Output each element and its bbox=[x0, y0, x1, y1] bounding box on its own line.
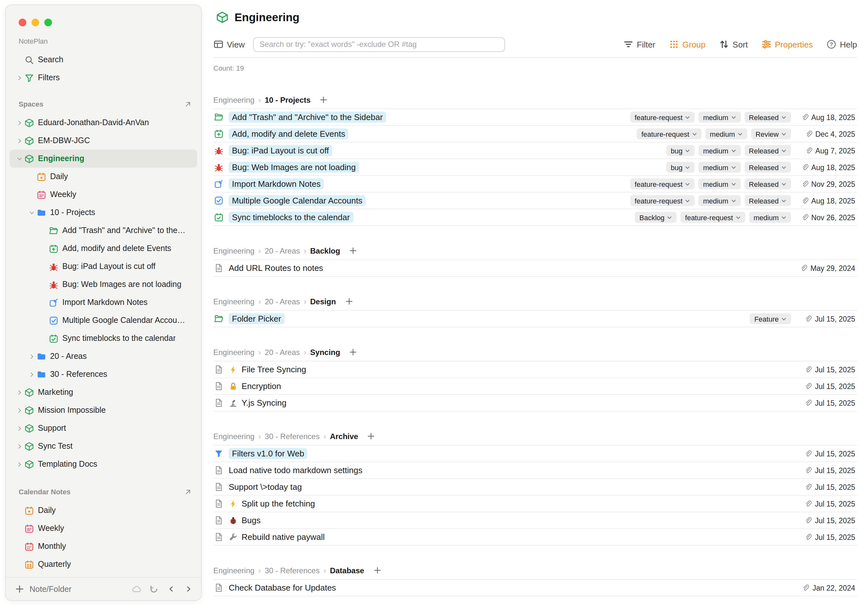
tag-released[interactable]: Released bbox=[744, 162, 791, 173]
sidebar-item-marketing[interactable]: Marketing bbox=[9, 383, 197, 401]
zoom-window-button[interactable] bbox=[44, 19, 52, 26]
chevron-right-icon[interactable] bbox=[27, 351, 37, 361]
search-input[interactable] bbox=[253, 37, 505, 52]
tag-medium[interactable]: medium bbox=[699, 178, 741, 189]
sidebar-item-quarterly[interactable]: Quarterly bbox=[9, 555, 197, 573]
note-row-rebuild-native-paywall[interactable]: Rebuild native paywallJul 15, 2025 bbox=[213, 529, 857, 546]
tag-released[interactable]: Released bbox=[744, 195, 791, 206]
tag-medium[interactable]: medium bbox=[699, 145, 741, 156]
breadcrumb-engineering[interactable]: Engineering bbox=[213, 95, 254, 104]
sort-button[interactable]: Sort bbox=[719, 39, 748, 49]
tag-medium[interactable]: medium bbox=[699, 195, 741, 206]
tag-medium[interactable]: medium bbox=[699, 162, 741, 173]
tag-feature[interactable]: Feature bbox=[750, 313, 791, 324]
refresh-icon[interactable] bbox=[149, 584, 159, 594]
tag-review[interactable]: Review bbox=[751, 128, 791, 139]
breadcrumb-30-references[interactable]: 30 - References bbox=[265, 432, 319, 441]
note-row-filters-v1-0-for-web[interactable]: Filters v1.0 for WebJul 15, 2025 bbox=[213, 445, 857, 462]
breadcrumb-backlog[interactable]: Backlog bbox=[310, 246, 340, 255]
tag-medium[interactable]: medium bbox=[749, 212, 791, 223]
note-row-bug-web-images-are-not-loading[interactable]: Bug: Web Images are not loadingbugmedium… bbox=[213, 159, 857, 176]
tag-medium[interactable]: medium bbox=[699, 112, 741, 123]
sidebar-item-em-dbw-jgc[interactable]: EM-DBW-JGC bbox=[9, 131, 197, 150]
expand-spaces-icon[interactable] bbox=[184, 100, 192, 108]
breadcrumb-20-areas[interactable]: 20 - Areas bbox=[265, 297, 300, 306]
breadcrumb-design[interactable]: Design bbox=[310, 297, 336, 306]
note-row-folder-picker[interactable]: Folder PickerFeatureJul 15, 2025 bbox=[213, 311, 857, 328]
minimize-window-button[interactable] bbox=[31, 19, 39, 26]
sidebar-item-add-trash-and-archive-to-the[interactable]: Add "Trash" and "Archive" to the… bbox=[9, 221, 197, 240]
breadcrumb-syncing[interactable]: Syncing bbox=[310, 348, 340, 357]
breadcrumb-engineering[interactable]: Engineering bbox=[213, 566, 254, 575]
breadcrumb-10-projects[interactable]: 10 - Projects bbox=[265, 95, 311, 104]
note-row-split-up-the-fetching[interactable]: Split up the fetchingJul 15, 2025 bbox=[213, 496, 857, 512]
sidebar-item-add-modify-and-delete-events[interactable]: Add, modify and delete Events bbox=[9, 240, 197, 257]
add-note-button[interactable] bbox=[367, 432, 375, 441]
note-row-add-trash-and-archive-to-the-sidebar[interactable]: Add "Trash" and "Archive" to the Sidebar… bbox=[213, 109, 857, 126]
tag-feature-request[interactable]: feature-request bbox=[681, 212, 745, 223]
note-row-check-database-for-updates[interactable]: Check Database for UpdatesJan 22, 2024 bbox=[213, 580, 857, 597]
sidebar-item-mission-impossible[interactable]: Mission Impossible bbox=[9, 401, 197, 419]
sidebar-item-import-markdown-notes[interactable]: Import Markdown Notes bbox=[9, 294, 197, 311]
add-note-icon[interactable] bbox=[15, 584, 25, 594]
tag-feature-request[interactable]: feature-request bbox=[630, 195, 695, 206]
sidebar-item-30-references[interactable]: 30 - References bbox=[9, 365, 197, 383]
tag-released[interactable]: Released bbox=[744, 178, 791, 189]
sidebar-item-daily[interactable]: Daily bbox=[9, 501, 197, 519]
chevron-right-icon[interactable] bbox=[27, 369, 37, 379]
sidebar-item-10-projects[interactable]: 10 - Projects bbox=[9, 204, 197, 221]
note-row-sync-timeblocks-to-the-calendar[interactable]: Sync timeblocks to the calendarBacklogfe… bbox=[213, 209, 857, 226]
sidebar-item-weekly[interactable]: Weekly bbox=[9, 186, 197, 204]
chevron-right-icon[interactable] bbox=[15, 459, 25, 469]
sidebar-item-sync-test[interactable]: Sync Test bbox=[9, 437, 197, 455]
note-row-add-modify-and-delete-events[interactable]: Add, modify and delete Eventsfeature-req… bbox=[213, 126, 857, 142]
tag-bug[interactable]: bug bbox=[666, 162, 695, 173]
note-row-bug-ipad-layout-is-cut-off[interactable]: Bug: iPad Layout is cut offbugmediumRele… bbox=[213, 142, 857, 159]
group-button[interactable]: Group bbox=[669, 39, 705, 49]
sidebar-item-20-areas[interactable]: 20 - Areas bbox=[9, 347, 197, 365]
note-row-encryption[interactable]: EncryptionJul 15, 2025 bbox=[213, 378, 857, 395]
chevron-right-icon[interactable] bbox=[15, 405, 25, 415]
note-row-multiple-google-calendar-accounts[interactable]: Multiple Google Calendar Accountsfeature… bbox=[213, 193, 857, 209]
navigate-forward-icon[interactable] bbox=[184, 584, 194, 594]
breadcrumb-archive[interactable]: Archive bbox=[330, 432, 358, 441]
breadcrumb-engineering[interactable]: Engineering bbox=[213, 432, 254, 441]
note-row-support-today-tag[interactable]: Support \>today tagJul 15, 2025 bbox=[213, 479, 857, 496]
view-button[interactable]: View bbox=[213, 39, 245, 49]
add-note-button[interactable] bbox=[373, 566, 381, 575]
sidebar-item-support[interactable]: Support bbox=[9, 419, 197, 437]
sidebar-item-bug-web-images-are-not-loading[interactable]: Bug: Web Images are not loading bbox=[9, 275, 197, 294]
filter-button[interactable]: Filter bbox=[623, 39, 655, 49]
chevron-right-icon[interactable] bbox=[15, 73, 25, 82]
sidebar-item-multiple-google-calendar-accou[interactable]: Multiple Google Calendar Accou… bbox=[9, 311, 197, 329]
note-row-file-tree-syncing[interactable]: File Tree SyncingJul 15, 2025 bbox=[213, 362, 857, 378]
sidebar-item-search[interactable]: Search bbox=[9, 51, 197, 69]
note-row-add-url-routes-to-notes[interactable]: Add URL Routes to notesMay 29, 2024 bbox=[213, 260, 857, 277]
chevron-down-icon[interactable] bbox=[27, 208, 37, 217]
tag-medium[interactable]: medium bbox=[705, 128, 747, 139]
tag-released[interactable]: Released bbox=[744, 145, 791, 156]
navigate-back-icon[interactable] bbox=[166, 584, 176, 594]
note-row-import-markdown-notes[interactable]: Import Markdown Notesfeature-requestmedi… bbox=[213, 176, 857, 193]
sidebar-item-daily[interactable]: Daily bbox=[9, 167, 197, 186]
expand-calendar-icon[interactable] bbox=[184, 488, 192, 496]
add-note-button[interactable] bbox=[349, 246, 358, 255]
breadcrumb-30-references[interactable]: 30 - References bbox=[265, 566, 319, 575]
close-window-button[interactable] bbox=[19, 19, 26, 26]
note-row-load-native-todo-markdown-settings[interactable]: Load native todo markdown settingsJul 15… bbox=[213, 462, 857, 479]
breadcrumb-engineering[interactable]: Engineering bbox=[213, 246, 254, 255]
new-note-folder-button[interactable]: Note/Folder bbox=[29, 584, 71, 594]
chevron-right-icon[interactable] bbox=[15, 441, 25, 451]
tag-feature-request[interactable]: feature-request bbox=[630, 112, 695, 123]
breadcrumb-20-areas[interactable]: 20 - Areas bbox=[265, 246, 300, 255]
sidebar-item-monthly[interactable]: Monthly bbox=[9, 537, 197, 555]
sidebar-item-filters[interactable]: Filters bbox=[9, 69, 197, 87]
tag-backlog[interactable]: Backlog bbox=[635, 212, 677, 223]
add-note-button[interactable] bbox=[345, 297, 353, 306]
chevron-right-icon[interactable] bbox=[15, 118, 25, 127]
sidebar-item-templating-docs[interactable]: Templating Docs bbox=[9, 455, 197, 473]
breadcrumb-engineering[interactable]: Engineering bbox=[213, 348, 254, 357]
add-note-button[interactable] bbox=[319, 96, 328, 104]
tag-feature-request[interactable]: feature-request bbox=[630, 178, 695, 189]
chevron-down-icon[interactable] bbox=[15, 154, 25, 163]
